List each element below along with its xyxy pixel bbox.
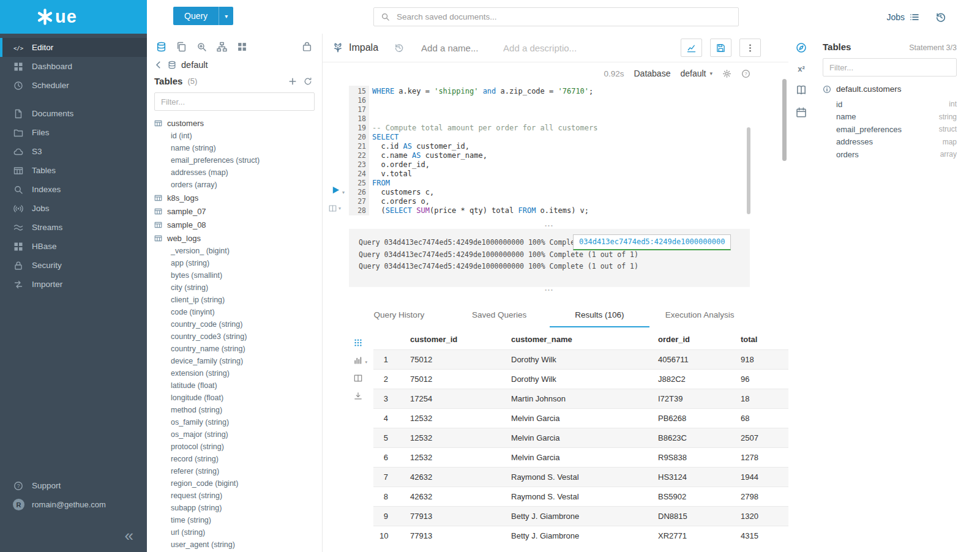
sidebar-collapse-button[interactable]: « bbox=[125, 528, 133, 543]
functions-icon[interactable]: x² bbox=[798, 65, 805, 73]
tab-results-106[interactable]: Results (106) bbox=[550, 304, 650, 327]
code-editor[interactable]: ▾ ▾ 1516171819202122232425262728 WHERE a… bbox=[323, 86, 750, 215]
assist-column[interactable]: referer (string) bbox=[154, 465, 322, 477]
engine-selector[interactable]: Impala bbox=[332, 42, 378, 53]
assist-column[interactable]: request (string) bbox=[154, 490, 322, 502]
assist-column[interactable]: os_family (string) bbox=[154, 416, 322, 428]
assist-column[interactable]: id (int) bbox=[154, 130, 322, 142]
tab-saved-queries[interactable]: Saved Queries bbox=[449, 304, 550, 327]
assist-column[interactable]: record (string) bbox=[154, 453, 322, 465]
sitemap-icon[interactable] bbox=[217, 42, 227, 52]
jobs-link[interactable]: Jobs bbox=[886, 12, 919, 22]
assist-column[interactable]: time (string) bbox=[154, 514, 322, 526]
sidebar-item-indexes[interactable]: Indexes bbox=[0, 180, 147, 199]
assist-column[interactable]: subapp (string) bbox=[154, 502, 322, 514]
assist-column[interactable]: name (string) bbox=[154, 142, 322, 154]
right-panel-column-email-preferences[interactable]: email_preferencesstruct bbox=[823, 123, 957, 136]
assist-column[interactable]: latitude (float) bbox=[154, 379, 322, 392]
assist-column[interactable]: code (tinyint) bbox=[154, 306, 322, 318]
sidebar-item-jobs[interactable]: Jobs bbox=[0, 199, 147, 218]
right-panel-filter[interactable] bbox=[823, 58, 957, 76]
chart-settings-button[interactable] bbox=[681, 39, 702, 57]
assist-column[interactable]: method (string) bbox=[154, 404, 322, 416]
breadcrumb-database[interactable]: default bbox=[181, 60, 208, 70]
bag-icon[interactable] bbox=[302, 42, 312, 52]
assist-table-sample-08[interactable]: sample_08 bbox=[154, 218, 322, 231]
assist-column[interactable]: region_code (bigint) bbox=[154, 477, 322, 490]
resize-handle-bottom[interactable]: ••• bbox=[349, 287, 750, 293]
assist-filter[interactable] bbox=[154, 92, 315, 111]
sidebar-user[interactable]: R romain@gethue.com bbox=[0, 495, 147, 514]
assist-column[interactable]: orders (array) bbox=[154, 179, 322, 191]
database-select[interactable]: default ▾ bbox=[680, 69, 713, 78]
sidebar-item-scheduler[interactable]: Scheduler bbox=[0, 76, 147, 95]
assist-column[interactable]: url (string) bbox=[154, 526, 322, 539]
editor-context-button[interactable]: ▾ bbox=[329, 204, 341, 212]
right-panel-column-orders[interactable]: ordersarray bbox=[823, 148, 957, 161]
assist-column[interactable]: user_agent (string) bbox=[154, 539, 322, 551]
refresh-tables-icon[interactable] bbox=[304, 77, 312, 86]
assist-table-sample-07[interactable]: sample_07 bbox=[154, 204, 322, 218]
sidebar-item-hbase[interactable]: HBase bbox=[0, 237, 147, 256]
sidebar-item-dashboard[interactable]: Dashboard bbox=[0, 57, 147, 76]
assist-column[interactable]: os_major (string) bbox=[154, 428, 322, 441]
global-search[interactable] bbox=[373, 7, 739, 26]
help-circle-icon[interactable]: ? bbox=[741, 69, 750, 78]
database-icon[interactable] bbox=[156, 42, 166, 52]
right-panel-column-name[interactable]: namestring bbox=[823, 111, 957, 124]
snippet-history-icon[interactable] bbox=[394, 43, 404, 53]
tab-query-history[interactable]: Query History bbox=[349, 304, 449, 327]
assist-column[interactable]: email_preferences (struct) bbox=[154, 154, 322, 166]
add-table-icon[interactable] bbox=[288, 77, 297, 86]
apps-icon[interactable] bbox=[237, 42, 247, 52]
schedule-icon[interactable] bbox=[796, 107, 807, 118]
right-panel-column-id[interactable]: idint bbox=[823, 98, 957, 111]
query-caret-button[interactable]: ▾ bbox=[219, 7, 233, 25]
main-scrollbar[interactable] bbox=[782, 79, 787, 161]
assist-column[interactable]: city (string) bbox=[154, 282, 322, 294]
job-id-tooltip[interactable]: 034d413ec7474ed5:4249de1000000000 bbox=[573, 234, 731, 250]
bar-chart-icon[interactable]: ▾ bbox=[354, 356, 362, 365]
gear-icon[interactable] bbox=[722, 69, 731, 78]
sidebar-item-s3[interactable]: S3 bbox=[0, 142, 147, 161]
sql-code[interactable]: WHERE a.key = 'shipping' and a.zip_code … bbox=[369, 86, 750, 215]
snippet-menu-button[interactable] bbox=[739, 39, 761, 57]
right-panel-column-addresses[interactable]: addressesmap bbox=[823, 136, 957, 149]
hue-logo[interactable]: ue bbox=[0, 0, 147, 34]
sidebar-item-support[interactable]: ? Support bbox=[0, 476, 147, 495]
sidebar-item-tables[interactable]: Tables bbox=[0, 161, 147, 180]
query-history-icon[interactable] bbox=[935, 12, 946, 23]
active-table[interactable]: default.customers bbox=[823, 84, 957, 94]
assist-column[interactable]: protocol (string) bbox=[154, 441, 322, 453]
assist-column[interactable]: device_family (string) bbox=[154, 355, 322, 367]
duplicate-icon[interactable] bbox=[176, 42, 187, 52]
query-name-input[interactable] bbox=[420, 42, 490, 54]
sidebar-item-security[interactable]: Security bbox=[0, 256, 147, 275]
column-header-total[interactable]: total bbox=[735, 330, 788, 350]
back-chevron-icon[interactable] bbox=[154, 61, 163, 69]
sidebar-item-documents[interactable]: Documents bbox=[0, 104, 147, 123]
query-description-input[interactable] bbox=[502, 42, 587, 54]
assist-column[interactable]: bytes (smallint) bbox=[154, 269, 322, 282]
run-query-button[interactable] bbox=[331, 185, 340, 195]
column-header-order-id[interactable]: order_id bbox=[652, 330, 735, 350]
assist-column[interactable]: longitude (float) bbox=[154, 392, 322, 404]
column-header-customer-name[interactable]: customer_name bbox=[505, 330, 652, 350]
assist-table-web-logs[interactable]: web_logs bbox=[154, 231, 322, 245]
sidebar-item-files[interactable]: Files bbox=[0, 123, 147, 142]
assist-column[interactable]: country_code3 (string) bbox=[154, 330, 322, 343]
assist-column[interactable]: _version_ (bigint) bbox=[154, 245, 322, 257]
query-button[interactable]: Query bbox=[173, 7, 219, 25]
search-input[interactable] bbox=[395, 12, 731, 22]
columns-icon[interactable] bbox=[354, 374, 362, 382]
assist-table-k8s-logs[interactable]: k8s_logs bbox=[154, 191, 322, 204]
assist-column[interactable]: extension (string) bbox=[154, 367, 322, 379]
assist-column[interactable]: client_ip (string) bbox=[154, 294, 322, 306]
sidebar-item-importer[interactable]: Importer bbox=[0, 275, 147, 294]
assist-column[interactable]: country_code (string) bbox=[154, 318, 322, 330]
sidebar-item-editor[interactable]: </>Editor bbox=[0, 38, 147, 57]
save-button[interactable] bbox=[710, 39, 731, 57]
assist-column[interactable]: addresses (map) bbox=[154, 166, 322, 179]
assist-column[interactable]: country_name (string) bbox=[154, 343, 322, 355]
right-panel-filter-input[interactable] bbox=[828, 62, 951, 73]
